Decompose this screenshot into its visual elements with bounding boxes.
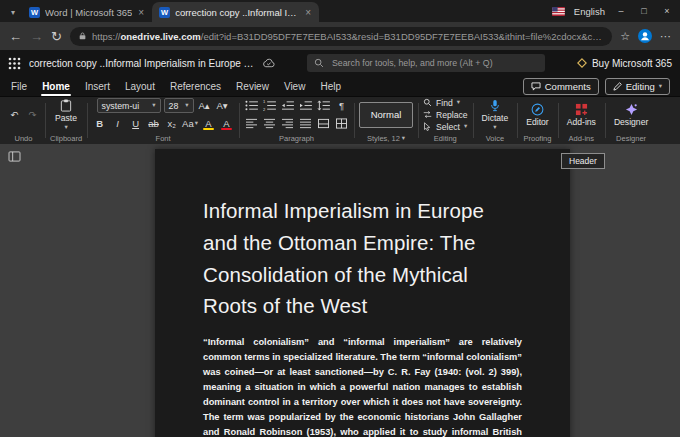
comment-icon [531,82,541,91]
back-icon[interactable]: ← [9,30,22,43]
menu-file[interactable]: File [10,79,28,94]
addins-icon [575,103,588,116]
justify-icon [299,118,312,129]
document-page[interactable]: Informal Imperialism in Europe and the O… [155,149,570,437]
menu-bar-right: Comments Editing ▾ [523,78,670,95]
underline-button[interactable]: U [128,116,143,131]
line-spacing-button[interactable] [316,98,331,113]
grow-font-icon[interactable]: A▴ [197,98,212,113]
editing-mode-button[interactable]: Editing ▾ [605,78,670,95]
style-normal-button[interactable]: Normal [359,102,413,128]
pencil-icon [613,82,622,91]
align-center-button[interactable] [262,116,277,131]
justify-button[interactable] [298,116,313,131]
dictate-button[interactable]: Dictate ▾ [478,99,513,131]
navigation-pane-toggle[interactable] [8,151,21,162]
more-menu-icon[interactable]: ⋯ [660,30,671,43]
word-favicon: W [159,7,170,18]
editing-label: Editing [626,81,655,92]
favorites-star-icon[interactable]: ☆ [620,30,630,43]
select-button[interactable]: Select ▾ [423,122,468,132]
chevron-down-icon: ▾ [195,120,198,127]
tab-close-icon[interactable]: × [304,7,312,18]
close-icon[interactable]: × [660,6,674,16]
menu-help[interactable]: Help [319,79,342,94]
tab-actions-icon[interactable]: ▾ [4,2,22,22]
profile-avatar[interactable] [638,29,652,43]
address-bar[interactable]: https://onedrive.live.com/edit?id=B31DD9… [70,27,612,46]
menu-view[interactable]: View [283,79,307,94]
highlight-color-button[interactable]: A [201,116,216,131]
italic-button[interactable]: I [110,116,125,131]
editor-button[interactable]: Editor [522,103,552,127]
lock-icon [79,31,86,41]
dictate-label: Dictate [482,113,509,123]
font-name-select[interactable]: system-ui ▾ [97,98,161,113]
change-case-button[interactable]: Aa ▾ [182,116,198,131]
chevron-down-icon: ▾ [402,135,405,142]
premium-diamond-icon [577,58,587,68]
editor-label: Editor [526,117,548,127]
buy-microsoft-365-button[interactable]: Buy Microsoft 365 [577,58,672,69]
comments-button[interactable]: Comments [523,78,599,95]
paragraph-marks-button[interactable]: ¶ [334,98,349,113]
menu-insert[interactable]: Insert [84,79,111,94]
url-text: https://onedrive.live.com/edit?id=B31DD9… [92,31,603,42]
document-body-text[interactable]: “Informal colonialism” and “informal imp… [203,335,522,437]
minimize-icon[interactable]: – [614,6,628,16]
search-input[interactable] [330,57,538,69]
maximize-icon[interactable]: □ [637,6,651,16]
group-label-undo: Undo [15,132,33,144]
align-right-button[interactable] [280,116,295,131]
menu-references[interactable]: References [169,79,222,94]
url-host: onedrive.live.com [120,31,200,42]
subscript-button[interactable]: x₂ [164,116,179,131]
menu-review[interactable]: Review [235,79,270,94]
paste-button[interactable]: Paste ▾ [51,99,81,131]
font-color-button[interactable]: A [219,116,234,131]
font-color-swatch [221,128,232,131]
app-header: correction copy ..Informal Imperialism i… [0,50,680,76]
undo-icon[interactable]: ↶ [7,107,22,122]
search-box[interactable] [307,54,545,72]
menu-home[interactable]: Home [41,79,71,94]
strikethrough-button[interactable]: ab [146,116,161,131]
increase-indent-button[interactable] [298,98,313,113]
designer-button[interactable]: Designer [610,103,652,127]
addins-button[interactable]: Add-ins [563,103,600,127]
numbered-list-icon: 12 [263,100,276,111]
numbering-button[interactable]: 12 [262,98,277,113]
replace-button[interactable]: Replace [423,110,468,120]
url-path: /edit?id=B31DD95DF7E7EEBAI533&resid=B31D… [201,31,603,42]
tab-close-icon[interactable]: × [137,7,145,18]
chevron-down-icon: ▾ [11,8,15,17]
shrink-font-icon[interactable]: A▾ [215,98,230,113]
bullets-button[interactable] [244,98,259,113]
borders-button[interactable] [334,116,349,131]
document-title[interactable]: correction copy ..Informal Imperialism i… [29,58,254,69]
tab-label: Word | Microsoft 365 [45,7,132,18]
align-left-button[interactable] [244,116,259,131]
redo-icon[interactable]: ↷ [25,107,40,122]
group-label-voice: Voice [486,132,504,144]
browser-tab-word[interactable]: W Word | Microsoft 365 × [22,2,152,22]
font-size-select[interactable]: 28 ▾ [164,98,194,113]
refresh-icon[interactable]: ↻ [51,30,62,43]
browser-tab-document[interactable]: W correction copy ..Informal Imperialism… [152,2,319,22]
forward-icon[interactable]: → [30,30,43,43]
menu-layout[interactable]: Layout [124,79,156,94]
shading-button[interactable] [316,116,331,131]
decrease-indent-button[interactable] [280,98,295,113]
chevron-down-icon: ▾ [64,124,67,131]
styles-label-text: Styles, 12 [367,134,400,143]
align-right-icon [281,118,294,129]
microphone-icon [489,99,501,112]
header-chip-button[interactable]: Header [561,153,605,169]
document-heading[interactable]: Informal Imperialism in Europe and the O… [203,195,522,322]
line-spacing-icon [317,100,330,111]
find-button[interactable]: Find ▾ [423,98,468,108]
url-scheme: https:// [92,31,121,42]
app-launcher-waffle-icon[interactable] [8,57,21,70]
chevron-down-icon: ▾ [152,102,155,109]
bold-button[interactable]: B [92,116,107,131]
